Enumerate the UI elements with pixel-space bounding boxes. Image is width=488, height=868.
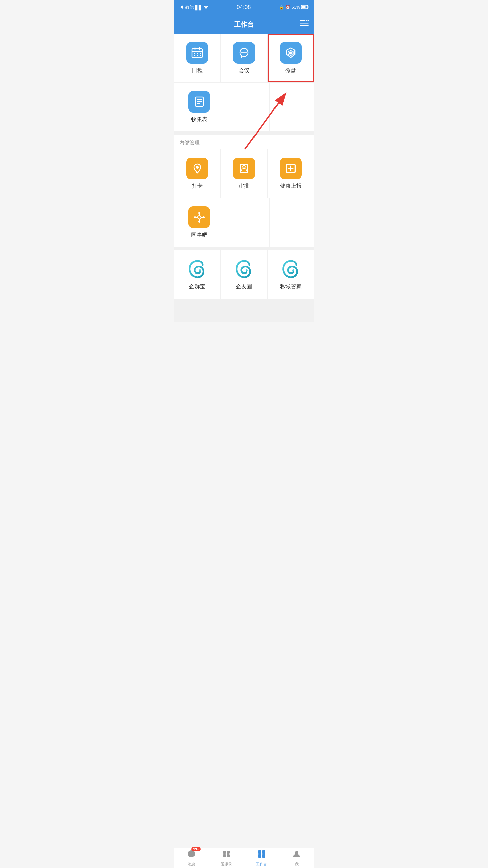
messages-icon <box>187 852 196 860</box>
battery-text: 63% <box>292 5 300 10</box>
youquan-icon <box>233 258 255 280</box>
svg-rect-51 <box>262 854 265 858</box>
checkin-label: 打卡 <box>192 183 203 190</box>
internal-section: 打卡 审批 <box>174 149 314 247</box>
svg-rect-12 <box>197 53 198 54</box>
nav-workbench-label: 工作台 <box>256 862 267 867</box>
bottom-nav: 99+ 消息 通讯录 工作台 <box>174 848 314 868</box>
app-qunbao[interactable]: 企群宝 <box>174 250 221 299</box>
svg-point-32 <box>198 216 201 219</box>
svg-rect-47 <box>227 854 230 857</box>
app-collection[interactable]: 收集表 <box>174 83 225 131</box>
svg-point-17 <box>241 52 243 53</box>
messages-badge: 99+ <box>191 847 201 851</box>
nav-contacts-label: 通讯录 <box>221 862 232 867</box>
colleague-label: 同事吧 <box>191 231 207 239</box>
svg-rect-49 <box>262 850 265 854</box>
health-icon <box>280 158 302 179</box>
app-schedule[interactable]: 日程 <box>174 34 221 82</box>
internal-row-1: 打卡 审批 <box>174 149 314 198</box>
status-bar: ◀ 微信 ▋▋ 04:08 🔒 ⏰ 63% <box>174 0 314 15</box>
svg-rect-44 <box>223 851 226 854</box>
status-left: ◀ 微信 ▋▋ <box>179 4 209 11</box>
svg-rect-16 <box>200 55 201 56</box>
nav-messages[interactable]: 99+ 消息 <box>174 848 209 868</box>
app-weipan[interactable]: 微盘 <box>268 34 314 82</box>
nav-contacts[interactable]: 通讯录 <box>209 848 244 868</box>
weipan-icon <box>280 42 302 64</box>
app-siyujia[interactable]: 私域管家 <box>268 250 314 299</box>
svg-rect-48 <box>258 850 261 854</box>
app-health[interactable]: 健康上报 <box>268 149 314 198</box>
app-meeting[interactable]: 会议 <box>221 34 267 82</box>
svg-point-42 <box>246 269 248 271</box>
meeting-icon <box>233 42 255 64</box>
svg-point-26 <box>196 166 199 169</box>
nav-me-label: 我 <box>295 862 299 867</box>
app-colleague[interactable]: 同事吧 <box>174 198 225 247</box>
qunbao-label: 企群宝 <box>189 283 205 290</box>
svg-point-36 <box>203 216 205 218</box>
svg-rect-4 <box>300 23 309 24</box>
lock-icon: 🔒 <box>279 5 284 10</box>
svg-point-52 <box>295 851 298 854</box>
youquan-label: 企友圈 <box>236 283 252 290</box>
app-approval[interactable]: 审批 <box>221 149 267 198</box>
nav-messages-label: 消息 <box>188 862 195 867</box>
me-icon <box>292 850 301 861</box>
signal-icon: ▋▋ <box>195 5 202 10</box>
nav-messages-icon-wrapper: 99+ <box>187 850 196 861</box>
svg-point-41 <box>199 269 201 271</box>
svg-point-43 <box>292 269 294 271</box>
svg-point-28 <box>243 165 245 168</box>
svg-point-35 <box>194 216 196 218</box>
nav-workbench[interactable]: 工作台 <box>244 848 279 868</box>
alarm-icon: ⏰ <box>285 5 290 10</box>
empty-internal-1 <box>225 198 270 247</box>
header-title: 工作台 <box>234 20 254 29</box>
empty-cell-1 <box>225 83 270 131</box>
app-youquan[interactable]: 企友圈 <box>221 250 267 299</box>
svg-rect-14 <box>194 55 195 56</box>
svg-point-6 <box>305 20 307 21</box>
svg-rect-15 <box>197 55 198 56</box>
enterprise-section: 企群宝 企友圈 <box>174 250 314 299</box>
collection-label: 收集表 <box>191 116 207 123</box>
svg-rect-46 <box>223 854 226 857</box>
svg-rect-50 <box>258 854 261 858</box>
empty-cell-2 <box>270 83 314 131</box>
status-right: 🔒 ⏰ 63% <box>279 5 309 10</box>
nav-me[interactable]: 我 <box>279 848 314 868</box>
svg-point-34 <box>198 221 200 223</box>
app-header: 工作台 <box>174 15 314 34</box>
top-row-1: 日程 会议 <box>174 34 314 83</box>
colleague-icon <box>188 206 210 228</box>
qunbao-icon <box>186 258 208 280</box>
wifi-icon <box>203 5 209 10</box>
contacts-icon <box>222 850 231 861</box>
status-time: 04:08 <box>237 4 251 11</box>
svg-rect-2 <box>302 6 305 8</box>
siyujia-icon <box>280 258 302 280</box>
app-checkin[interactable]: 打卡 <box>174 149 221 198</box>
svg-rect-13 <box>200 53 201 54</box>
battery-icon <box>301 5 309 10</box>
svg-rect-1 <box>308 6 308 8</box>
settings-button[interactable] <box>300 20 309 29</box>
collection-icon <box>188 91 210 113</box>
checkin-icon <box>186 158 208 179</box>
schedule-label: 日程 <box>192 67 203 74</box>
meeting-label: 会议 <box>239 67 249 74</box>
svg-rect-45 <box>227 851 230 854</box>
page-bottom-spacer <box>174 299 314 322</box>
empty-internal-2 <box>270 198 314 247</box>
main-content: 日程 会议 <box>174 34 314 322</box>
weipan-label: 微盘 <box>285 67 296 74</box>
workbench-icon <box>257 850 266 861</box>
siyujia-label: 私域管家 <box>280 283 302 290</box>
approval-label: 审批 <box>239 183 249 190</box>
internal-row-2: 同事吧 <box>174 198 314 247</box>
health-label: 健康上报 <box>280 183 302 190</box>
svg-point-18 <box>243 52 245 53</box>
internal-section-header: 内部管理 <box>174 135 314 149</box>
